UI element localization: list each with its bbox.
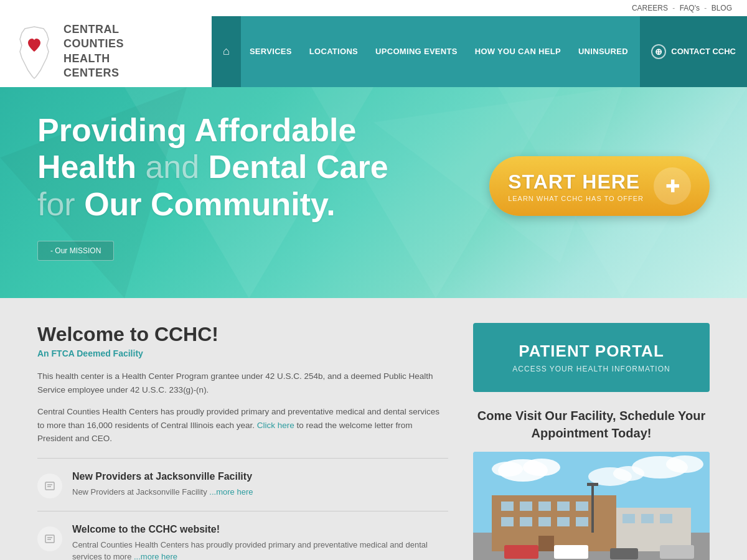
- patient-portal-subtitle: ACCESS YOUR HEALTH INFORMATION: [486, 365, 697, 373]
- news-title-2: Welcome to the CCHC website!: [72, 524, 448, 535]
- svg-rect-36: [660, 514, 672, 523]
- careers-link[interactable]: CAREERS: [632, 4, 668, 12]
- svg-point-14: [492, 462, 523, 477]
- right-column: PATIENT PORTAL ACCESS YOUR HEALTH INFORM…: [473, 323, 710, 560]
- news-content-1: New Providers at Jacksonville Facility N…: [72, 471, 253, 498]
- nav-uninsured[interactable]: UNINSURED: [570, 16, 637, 87]
- headline-community: Our Community.: [84, 186, 335, 222]
- facility-title: Come Visit Our Facility, Schedule Your A…: [473, 407, 710, 442]
- click-here-link[interactable]: Click here: [257, 421, 294, 430]
- news-excerpt-2: Central Counties Health Centers has prou…: [72, 539, 448, 560]
- contact-label: CONTACT CCHC: [671, 47, 736, 56]
- news-excerpt-1: New Providers at Jacksonville Facility .…: [72, 486, 253, 498]
- svg-rect-31: [576, 517, 588, 526]
- svg-rect-42: [660, 545, 694, 559]
- svg-rect-35: [641, 514, 654, 523]
- start-here-button[interactable]: START HERE LEARN WHAT CCHC HAS TO OFFER …: [489, 156, 710, 216]
- news-item-1: New Providers at Jacksonville Facility N…: [37, 459, 448, 511]
- nav-bar: ⌂ SERVICES LOCATIONS UPCOMING EVENTS HOW…: [212, 16, 747, 87]
- hero-headline: Providing Affordable Health and Dental C…: [37, 112, 388, 223]
- svg-rect-30: [557, 517, 570, 526]
- nav-items: SERVICES LOCATIONS UPCOMING EVENTS HOW Y…: [241, 16, 637, 87]
- patient-portal-title: PATIENT PORTAL: [486, 342, 697, 361]
- nav-services[interactable]: SERVICES: [241, 16, 301, 87]
- hero-text: Providing Affordable Health and Dental C…: [37, 112, 388, 261]
- news-item-2: Welcome to the CCHC website! Central Cou…: [37, 511, 448, 560]
- ftca-badge: An FTCA Deemed Facility: [37, 348, 448, 358]
- svg-rect-24: [538, 502, 551, 511]
- news-link-2[interactable]: ...more here: [134, 552, 177, 560]
- cta-text: START HERE LEARN WHAT CCHC HAS TO OFFER: [508, 170, 644, 202]
- mission-button[interactable]: - Our MISSION: [37, 241, 114, 261]
- main-content: Welcome to CCHC! An FTCA Deemed Facility…: [0, 298, 747, 560]
- nav-locations[interactable]: LOCATIONS: [301, 16, 367, 87]
- patient-portal-button[interactable]: PATIENT PORTAL ACCESS YOUR HEALTH INFORM…: [473, 323, 710, 392]
- home-icon: ⌂: [223, 45, 230, 58]
- svg-rect-26: [576, 502, 588, 511]
- svg-rect-25: [557, 502, 570, 511]
- hero-content: Providing Affordable Health and Dental C…: [37, 112, 710, 261]
- svg-rect-5: [45, 482, 54, 490]
- svg-rect-23: [520, 502, 532, 511]
- sep1: -: [672, 4, 677, 12]
- nav-contact-button[interactable]: ⊕ CONTACT CCHC: [640, 16, 747, 87]
- svg-rect-39: [504, 545, 538, 559]
- faq-link[interactable]: FAQ's: [680, 4, 700, 12]
- blog-link[interactable]: BLOG: [712, 4, 732, 12]
- news-text-1: New Providers at Jacksonville Facility: [72, 487, 209, 497]
- svg-rect-22: [501, 502, 514, 511]
- svg-rect-32: [538, 536, 554, 551]
- contact-icon: ⊕: [651, 44, 666, 59]
- news-title-1: New Providers at Jacksonville Facility: [72, 471, 253, 482]
- nav-upcoming-events[interactable]: UPCOMING EVENTS: [367, 16, 466, 87]
- svg-rect-8: [45, 535, 54, 543]
- news-content-2: Welcome to the CCHC website! Central Cou…: [72, 524, 448, 560]
- headline-and: and: [145, 149, 208, 185]
- headline-for: for: [37, 186, 84, 222]
- news-icon-1: [37, 474, 62, 498]
- logo-icon: [12, 24, 56, 80]
- header: CENTRAL COUNTIES HEALTH CENTERS ⌂ SERVIC…: [0, 16, 747, 87]
- svg-point-18: [666, 455, 703, 473]
- svg-rect-27: [501, 517, 514, 526]
- headline-providing: Providing Affordable: [37, 112, 356, 148]
- logo-area: CENTRAL COUNTIES HEALTH CENTERS: [0, 16, 212, 87]
- svg-point-13: [523, 459, 560, 476]
- top-bar: CAREERS - FAQ's - BLOG: [0, 0, 747, 16]
- svg-rect-28: [520, 517, 532, 526]
- svg-rect-40: [554, 545, 588, 559]
- welcome-para1: This health center is a Health Center Pr…: [37, 370, 448, 396]
- svg-rect-29: [538, 517, 551, 526]
- welcome-title: Welcome to CCHC!: [37, 323, 448, 346]
- news-icon-2: [37, 526, 62, 551]
- svg-rect-38: [587, 483, 598, 486]
- logo-text: CENTRAL COUNTIES HEALTH CENTERS: [63, 22, 124, 81]
- news-section: New Providers at Jacksonville Facility N…: [37, 458, 448, 560]
- svg-rect-41: [610, 548, 638, 559]
- cta-title: START HERE: [508, 170, 644, 194]
- cta-plus-icon: ✚: [654, 167, 691, 205]
- facility-image: [473, 452, 710, 560]
- hero-section: Providing Affordable Health and Dental C…: [0, 87, 747, 298]
- facility-section: Come Visit Our Facility, Schedule Your A…: [473, 407, 710, 560]
- svg-rect-37: [591, 483, 594, 533]
- nav-home-button[interactable]: ⌂: [212, 16, 241, 87]
- welcome-para2: Central Counties Health Centers has prou…: [37, 405, 448, 446]
- news-text-2: Central Counties Health Centers has prou…: [72, 540, 428, 560]
- headline-health: Health: [37, 149, 145, 185]
- svg-rect-34: [622, 514, 635, 523]
- news-link-1[interactable]: ...more here: [209, 487, 253, 497]
- left-column: Welcome to CCHC! An FTCA Deemed Facility…: [37, 323, 473, 560]
- cta-subtitle: LEARN WHAT CCHC HAS TO OFFER: [508, 195, 644, 202]
- nav-how-you-can-help[interactable]: HOW YOU CAN HELP: [466, 16, 570, 87]
- sep2: -: [704, 4, 708, 12]
- headline-dental: Dental Care: [209, 149, 388, 185]
